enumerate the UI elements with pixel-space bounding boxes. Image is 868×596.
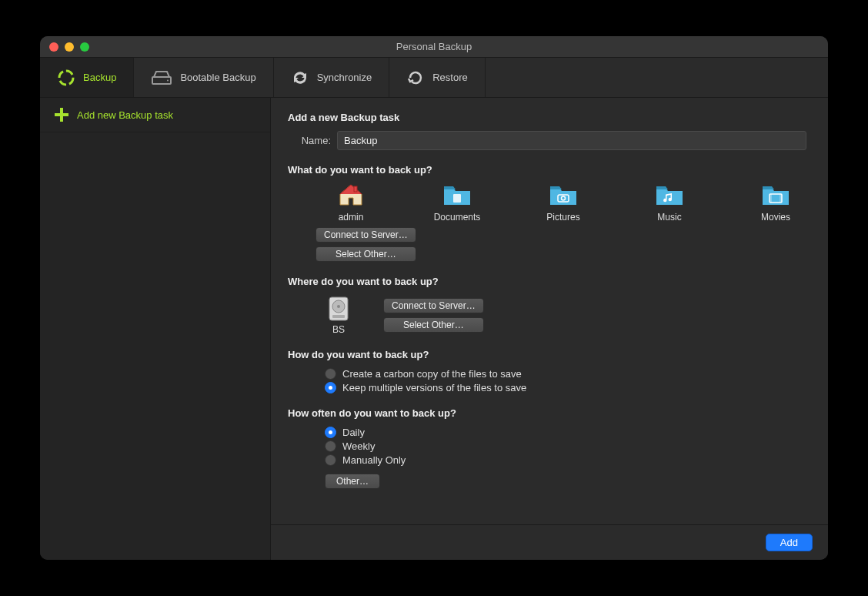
add-backup-task[interactable]: Add new Backup task [40, 98, 270, 132]
drive-icon [151, 69, 172, 86]
source-label: Documents [434, 212, 481, 223]
sidebar-item-label: Add new Backup task [77, 109, 173, 121]
tab-label: Restore [432, 72, 468, 83]
source-music[interactable]: Music [634, 183, 705, 223]
tab-bootable-backup[interactable]: Bootable Backup [134, 58, 273, 97]
tab-restore[interactable]: Restore [389, 58, 486, 97]
plus-icon [54, 107, 69, 122]
what-heading: What do you want to back up? [288, 164, 811, 176]
form-heading: Add a new Backup task [288, 112, 811, 123]
radio-icon [325, 382, 336, 393]
radio-label: Create a carbon copy of the files to sav… [342, 368, 522, 380]
tab-backup[interactable]: Backup [40, 58, 134, 97]
source-label: admin [339, 212, 364, 223]
svg-point-0 [59, 71, 73, 85]
movies-folder-icon [761, 183, 790, 209]
tab-label: Bootable Backup [180, 72, 255, 83]
home-folder-icon [338, 183, 364, 209]
freq-option-daily[interactable]: Daily [325, 427, 811, 438]
radio-label: Manually Only [342, 454, 406, 466]
footer: Add [271, 524, 828, 560]
freq-option-manual[interactable]: Manually Only [325, 454, 811, 466]
toolbar: Backup Bootable Backup Synchronize Resto… [40, 58, 828, 98]
svg-point-13 [337, 305, 340, 308]
tab-label: Backup [83, 72, 116, 83]
source-label: Pictures [546, 212, 579, 223]
svg-rect-9 [780, 194, 782, 203]
svg-rect-8 [770, 194, 772, 203]
hard-disk-icon [325, 295, 352, 323]
radio-label: Keep multiple versions of the files to s… [342, 382, 526, 393]
window-controls [40, 42, 89, 52]
name-label: Name: [288, 135, 331, 146]
music-folder-icon [655, 183, 684, 209]
radio-label: Daily [342, 427, 365, 438]
radio-icon [325, 440, 336, 452]
app-window: Personal Backup Backup Bootable Backup S… [40, 36, 828, 560]
tab-label: Synchronize [317, 72, 372, 83]
svg-point-2 [167, 79, 169, 81]
source-movies[interactable]: Movies [740, 183, 811, 223]
select-other-source-button[interactable]: Select Other… [315, 246, 416, 262]
where-heading: Where do you want to back up? [288, 276, 811, 287]
restore-icon [406, 69, 425, 87]
how-option-carbon-copy[interactable]: Create a carbon copy of the files to sav… [325, 368, 811, 380]
destination-label: BS [332, 324, 345, 335]
freq-option-weekly[interactable]: Weekly [325, 440, 811, 452]
close-icon[interactable] [49, 42, 58, 52]
sidebar: Add new Backup task [40, 98, 271, 560]
select-other-dest-button[interactable]: Select Other… [383, 317, 484, 333]
connect-to-server-dest-button[interactable]: Connect to Server… [383, 298, 484, 313]
connect-to-server-button[interactable]: Connect to Server… [315, 227, 416, 243]
titlebar: Personal Backup [40, 36, 828, 58]
how-option-multiple-versions[interactable]: Keep multiple versions of the files to s… [325, 382, 811, 393]
source-admin[interactable]: admin [315, 183, 386, 223]
svg-rect-14 [332, 315, 345, 318]
freq-other-button[interactable]: Other… [325, 474, 380, 489]
main-panel: Add a new Backup task Name: What do you … [271, 98, 828, 560]
svg-rect-3 [354, 186, 357, 192]
minimize-icon[interactable] [65, 42, 74, 52]
source-pictures[interactable]: Pictures [528, 183, 599, 223]
maximize-icon[interactable] [80, 42, 89, 52]
source-label: Music [657, 212, 681, 223]
radio-icon [325, 368, 336, 380]
backup-name-input[interactable] [337, 131, 806, 150]
documents-folder-icon [442, 183, 472, 209]
source-label: Movies [761, 212, 790, 223]
tab-synchronize[interactable]: Synchronize [274, 58, 390, 97]
source-documents[interactable]: Documents [422, 183, 492, 223]
window-title: Personal Backup [40, 41, 828, 52]
radio-label: Weekly [342, 440, 375, 452]
pictures-folder-icon [549, 183, 578, 209]
destination-disk[interactable]: BS [315, 295, 362, 335]
svg-rect-4 [453, 194, 461, 203]
sync-icon [291, 69, 309, 87]
add-button[interactable]: Add [766, 534, 813, 551]
radio-icon [325, 454, 336, 466]
how-heading: How do you want to back up? [288, 349, 811, 360]
backup-icon [57, 69, 75, 87]
freq-heading: How often do you want to back up? [288, 407, 811, 419]
radio-icon [325, 427, 336, 438]
